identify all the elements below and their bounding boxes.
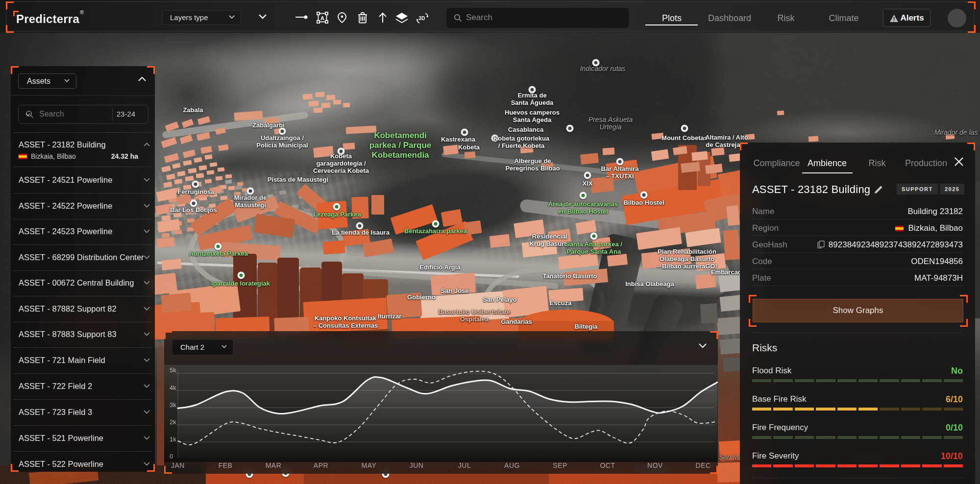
svg-text:A: A: [320, 15, 324, 21]
svg-text:3D: 3D: [419, 16, 425, 21]
